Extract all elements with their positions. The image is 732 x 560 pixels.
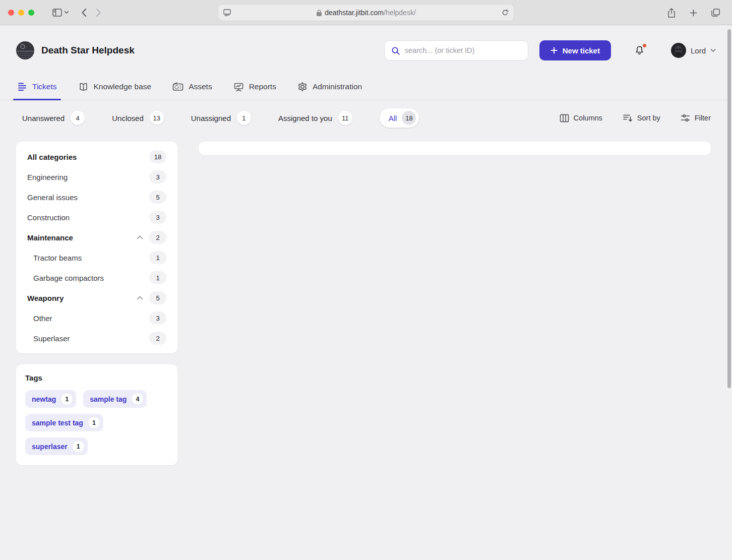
book-icon (78, 82, 89, 92)
category-label: Construction (27, 213, 149, 222)
notifications-button[interactable] (634, 45, 645, 56)
tickets-icon (17, 82, 27, 91)
sort-icon (623, 114, 633, 122)
tag-newtag[interactable]: newtag1 (25, 390, 76, 408)
sidebar-item-all-categories[interactable]: All categories18 (23, 147, 170, 167)
category-label: General issues (27, 193, 149, 202)
chevron-down-icon (710, 48, 716, 52)
new-ticket-button[interactable]: New ticket (539, 40, 611, 60)
tag-sample-tag[interactable]: sample tag4 (83, 390, 147, 408)
address-bar[interactable]: deathstar.jitbit.com/helpdesk/ (218, 4, 514, 21)
sidebar-item-tractor-beams[interactable]: Tractor beams1 (23, 247, 170, 268)
filter-tab-label: All (389, 114, 397, 122)
tab-assets[interactable]: Assets (171, 76, 213, 100)
category-count: 1 (149, 271, 166, 284)
filter-tab-label: Unclosed (112, 114, 144, 122)
filter-tab-all[interactable]: All18 (380, 108, 419, 128)
tab-administration[interactable]: Administration (296, 76, 363, 100)
nav-tab-label: Assets (189, 82, 212, 91)
sidebar-toggle-icon[interactable] (52, 9, 62, 17)
filter-tab-label: Unanswered (22, 114, 65, 122)
tag-superlaser[interactable]: superlaser1 (25, 438, 88, 455)
reader-mode-icon[interactable] (223, 9, 231, 16)
category-count: 2 (149, 231, 166, 244)
filter-tab-count: 11 (338, 111, 352, 125)
table-toolbar: ColumnsSort byFilter (560, 114, 711, 122)
browser-chrome: deathstar.jitbit.com/helpdesk/ (0, 0, 732, 25)
tab-overview-icon[interactable] (711, 9, 720, 17)
filter-tab-unclosed[interactable]: Unclosed13 (112, 111, 164, 125)
tab-knowledge-base[interactable]: Knowledge base (77, 76, 153, 100)
tag-label: sample test tag (32, 419, 83, 427)
sidebar-item-weaponry[interactable]: Weaponry5 (23, 288, 170, 308)
search-input[interactable] (405, 46, 522, 54)
tag-label: newtag (32, 395, 56, 403)
filter-tab-count: 13 (150, 111, 164, 125)
filter-button[interactable]: Filter (681, 114, 711, 122)
sidebar-chevron-icon[interactable] (64, 11, 69, 14)
sort-by-button[interactable]: Sort by (623, 114, 660, 122)
toolbar-button-label: Filter (695, 114, 711, 122)
user-menu[interactable]: Lord (671, 43, 716, 58)
table-header (199, 142, 711, 155)
toolbar-button-label: Sort by (637, 114, 660, 122)
filter-row: Unanswered4Unclosed13Unassigned1Assigned… (0, 100, 732, 135)
category-label: Garbage compactors (33, 274, 149, 282)
ticket-filter-tabs: Unanswered4Unclosed13Unassigned1Assigned… (22, 108, 419, 128)
plus-icon (551, 47, 558, 54)
app-header: Death Star Helpdesk New ticket Lord (0, 25, 732, 76)
close-window-button[interactable] (8, 10, 14, 16)
content: All categories18Engineering3General issu… (0, 135, 732, 465)
category-count: 3 (149, 211, 166, 224)
filter-tab-count: 4 (71, 111, 85, 125)
search-box[interactable] (384, 40, 528, 60)
nav-tab-label: Administration (313, 82, 362, 91)
category-count: 3 (149, 170, 166, 183)
new-tab-icon[interactable] (690, 9, 697, 17)
sidebar-item-maintenance[interactable]: Maintenance2 (23, 227, 170, 247)
user-name: Lord (691, 46, 706, 55)
toolbar-button-label: Columns (574, 114, 602, 122)
filter-tab-unanswered[interactable]: Unanswered4 (22, 111, 85, 125)
columns-button[interactable]: Columns (560, 114, 602, 122)
sidebar-item-superlaser[interactable]: Superlaser2 (23, 328, 170, 348)
tab-reports[interactable]: Reports (232, 76, 277, 100)
categories-panel: All categories18Engineering3General issu… (16, 142, 177, 353)
sidebar-item-engineering[interactable]: Engineering3 (23, 167, 170, 187)
page-scrollbar[interactable] (727, 29, 731, 388)
sidebar: All categories18Engineering3General issu… (16, 142, 177, 465)
sidebar-item-construction[interactable]: Construction3 (23, 207, 170, 227)
tag-label: superlaser (32, 443, 68, 451)
category-label: Engineering (27, 173, 149, 181)
reports-icon (233, 82, 244, 92)
sidebar-item-general-issues[interactable]: General issues5 (23, 187, 170, 207)
zoom-window-button[interactable] (28, 10, 34, 16)
tags-title: Tags (25, 374, 168, 382)
category-label: Weaponry (27, 294, 137, 302)
filter-tab-count: 1 (237, 111, 251, 125)
nav-tab-label: Reports (249, 82, 276, 91)
nav-tab-label: Knowledge base (94, 82, 152, 91)
tags-panel: Tags newtag1sample tag4sample test tag1s… (16, 364, 177, 465)
share-icon[interactable] (667, 8, 676, 18)
category-count: 2 (149, 332, 166, 345)
chevron-up-icon[interactable] (137, 296, 143, 300)
back-button[interactable] (81, 8, 87, 17)
filter-tab-assigned-to-you[interactable]: Assigned to you11 (278, 111, 352, 125)
tab-tickets[interactable]: Tickets (16, 76, 58, 100)
sidebar-item-garbage-compactors[interactable]: Garbage compactors1 (23, 268, 170, 288)
minimize-window-button[interactable] (18, 10, 24, 16)
filter-tab-label: Unassigned (191, 114, 231, 122)
tag-sample-test-tag[interactable]: sample test tag1 (25, 414, 103, 431)
death-star-logo (16, 41, 34, 59)
reload-icon[interactable] (502, 9, 509, 16)
forward-button[interactable] (96, 8, 101, 17)
chevron-up-icon[interactable] (137, 235, 143, 239)
filter-icon (681, 114, 690, 122)
filter-tab-unassigned[interactable]: Unassigned1 (191, 111, 251, 125)
tickets-table (199, 142, 711, 155)
category-label: All categories (27, 153, 149, 161)
tag-count: 1 (88, 416, 100, 429)
category-label: Tractor beams (33, 254, 149, 262)
sidebar-item-other[interactable]: Other3 (23, 308, 170, 328)
